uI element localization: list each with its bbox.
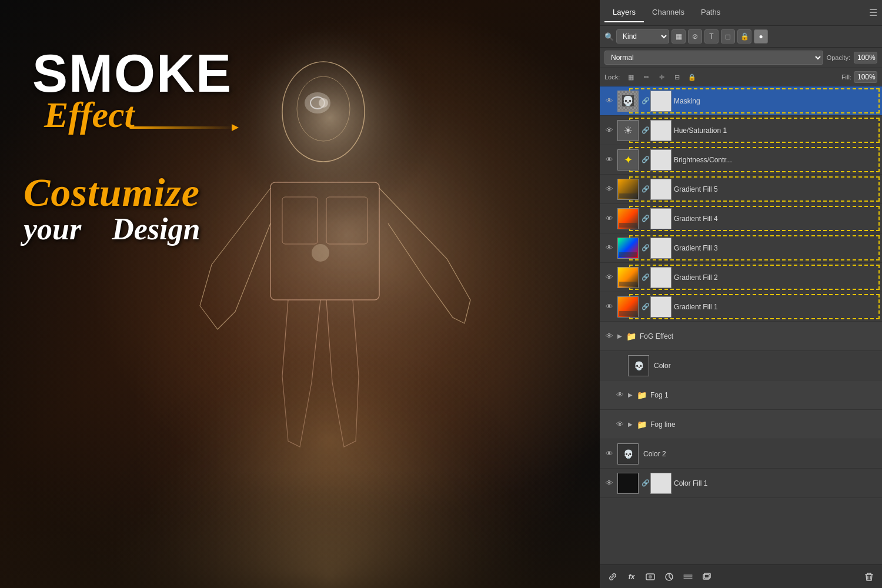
layer-name: Color Fill 1 xyxy=(671,479,878,487)
layer-expand-btn[interactable]: ▶ xyxy=(626,390,635,400)
layer-name: Color xyxy=(652,362,878,370)
layer-mask-thumbnail xyxy=(650,208,671,229)
layer-visibility-toggle[interactable] xyxy=(614,360,626,372)
fill-value[interactable]: 100% xyxy=(854,71,877,83)
canvas-area: SMOKE Effect Costumize your Design xyxy=(0,0,600,588)
layer-group-item[interactable]: 👁 ▶ 📁 Fog 1 xyxy=(600,380,882,410)
layer-item[interactable]: 💀 Color xyxy=(600,351,882,380)
panel-menu-icon[interactable]: ☰ xyxy=(869,7,877,18)
layers-list[interactable]: 👁 💀 🔗 Masking 👁 ☀ 🔗 Hue/Saturation 1 xyxy=(600,86,882,564)
layer-expand-btn[interactable]: ▶ xyxy=(626,420,635,429)
layer-visibility-toggle[interactable]: 👁 xyxy=(603,213,615,225)
fill-label: Fill: xyxy=(841,74,851,81)
layer-expand-btn[interactable]: ▶ xyxy=(615,332,624,341)
layer-item[interactable]: 👁 🔗 Gradient Fill 4 xyxy=(600,204,882,233)
layer-item[interactable]: 👁 💀 🔗 Masking xyxy=(600,86,882,116)
your-label: your xyxy=(24,212,81,246)
shape-filter-btn[interactable]: ◻ xyxy=(721,29,735,44)
new-layer-btn[interactable] xyxy=(699,569,715,585)
customize-title: Costumize xyxy=(24,171,201,215)
layer-name: Masking xyxy=(671,97,878,105)
layer-visibility-toggle[interactable]: 👁 xyxy=(603,242,615,254)
adjustment-btn[interactable] xyxy=(661,569,677,585)
arrow-decoration xyxy=(129,126,235,129)
layer-name: Hue/Saturation 1 xyxy=(671,126,878,135)
layer-link-icon: 🔗 xyxy=(641,179,650,200)
lock-paint-btn[interactable]: ✏ xyxy=(640,71,653,83)
lock-artboard-btn[interactable]: ✛ xyxy=(655,71,668,83)
layer-item[interactable]: 👁 🔗 Gradient Fill 2 xyxy=(600,263,882,292)
layer-name: Color 2 xyxy=(641,450,878,458)
filter-toggle-btn[interactable]: ● xyxy=(754,29,768,44)
pixel-filter-btn[interactable]: ▦ xyxy=(671,29,686,44)
layer-visibility-toggle[interactable]: 👁 xyxy=(614,389,626,401)
layer-visibility-toggle[interactable]: 👁 xyxy=(603,301,615,313)
folder-icon: 📁 xyxy=(635,418,648,431)
tab-channels[interactable]: Channels xyxy=(644,3,693,22)
panel-tabs: Layers Channels Paths ☰ xyxy=(600,0,882,26)
tab-paths[interactable]: Paths xyxy=(693,3,729,22)
layer-visibility-toggle[interactable]: 👁 xyxy=(603,448,615,460)
layer-visibility-toggle[interactable]: 👁 xyxy=(603,154,615,166)
layer-group-item[interactable]: 👁 ▶ 📁 Fog line xyxy=(600,410,882,439)
folder-icon: 📁 xyxy=(624,330,637,343)
layer-visibility-toggle[interactable]: 👁 xyxy=(603,330,615,342)
lock-all-btn[interactable]: 🔒 xyxy=(686,71,699,83)
layer-item[interactable]: 👁 ☀ 🔗 Hue/Saturation 1 xyxy=(600,116,882,145)
layer-thumbnail xyxy=(617,267,639,288)
layer-visibility-toggle[interactable]: 👁 xyxy=(614,419,626,430)
layer-visibility-toggle[interactable]: 👁 xyxy=(603,95,615,107)
mask-btn[interactable] xyxy=(642,569,659,585)
layer-item[interactable]: 👁 🔗 Gradient Fill 1 xyxy=(600,292,882,322)
layer-name: Fog line xyxy=(648,420,878,429)
opacity-value[interactable]: 100% xyxy=(854,52,877,64)
layer-item[interactable]: 👁 🔗 Gradient Fill 5 xyxy=(600,175,882,204)
folder-icon: 📁 xyxy=(635,389,648,402)
search-icon: 🔍 xyxy=(604,32,614,41)
layer-thumbnail xyxy=(617,296,639,318)
blend-mode-select[interactable]: Normal xyxy=(604,51,823,65)
layer-name: Gradient Fill 1 xyxy=(671,303,878,311)
layer-visibility-toggle[interactable]: 👁 xyxy=(603,272,615,283)
layer-thumbnail: 💀 xyxy=(628,355,649,376)
filter-row: 🔍 Kind ▦ ⊘ T ◻ 🔒 ● xyxy=(600,26,882,48)
layer-visibility-toggle[interactable]: 👁 xyxy=(603,183,615,195)
layer-thumbnail xyxy=(617,238,639,259)
layer-item[interactable]: 👁 ✦ 🔗 Brightness/Contr... xyxy=(600,145,882,175)
type-filter-btn[interactable]: T xyxy=(704,29,719,44)
smoke-text-smoke: SMOKE xyxy=(32,47,232,100)
lock-row: Lock: ▦ ✏ ✛ ⊟ 🔒 Fill: 100% xyxy=(600,68,882,86)
layer-name: Gradient Fill 5 xyxy=(671,185,878,193)
layer-name: Fog 1 xyxy=(648,391,878,399)
layer-name: FoG Effect xyxy=(637,332,878,340)
layer-visibility-toggle[interactable]: 👁 xyxy=(603,125,615,136)
delete-layer-btn[interactable] xyxy=(861,569,877,585)
layer-group-item[interactable]: 👁 ▶ 📁 FoG Effect xyxy=(600,322,882,351)
smartobj-filter-btn[interactable]: 🔒 xyxy=(737,29,751,44)
layer-link-icon: 🔗 xyxy=(641,120,650,141)
adjustment-filter-btn[interactable]: ⊘ xyxy=(688,29,702,44)
group-btn[interactable] xyxy=(680,569,696,585)
layer-mask-thumbnail xyxy=(650,238,671,259)
layer-item[interactable]: 👁 🔗 Color Fill 1 xyxy=(600,469,882,498)
layer-mask-thumbnail xyxy=(650,120,671,141)
layer-name: Gradient Fill 3 xyxy=(671,244,878,252)
layer-item[interactable]: 👁 💀 Color 2 xyxy=(600,439,882,469)
layer-item[interactable]: 👁 🔗 Gradient Fill 3 xyxy=(600,233,882,263)
layers-panel: Layers Channels Paths ☰ 🔍 Kind ▦ ⊘ T ◻ 🔒… xyxy=(600,0,882,588)
layer-mask-thumbnail xyxy=(650,149,671,171)
link-btn[interactable] xyxy=(604,569,621,585)
layers-toolbar: fx xyxy=(600,564,882,588)
layer-link-icon: 🔗 xyxy=(641,149,650,171)
layer-mask-thumbnail xyxy=(650,267,671,288)
tab-layers[interactable]: Layers xyxy=(604,3,644,22)
lock-move-btn[interactable]: ⊟ xyxy=(670,71,683,83)
lock-transparent-btn[interactable]: ▦ xyxy=(624,71,637,83)
layer-visibility-toggle[interactable]: 👁 xyxy=(603,477,615,489)
customize-section: Costumize your Design xyxy=(24,171,201,246)
lock-label: Lock: xyxy=(604,74,620,81)
kind-select[interactable]: Kind xyxy=(616,29,669,44)
fx-btn[interactable]: fx xyxy=(623,569,640,585)
svg-point-15 xyxy=(649,575,652,579)
layer-mask-thumbnail xyxy=(650,91,671,112)
